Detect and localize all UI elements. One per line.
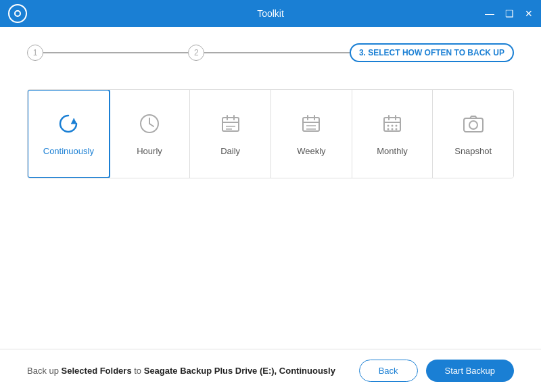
footer-prefix: Back up (27, 366, 62, 376)
window-controls: — ❑ ✕ (485, 9, 533, 18)
step-3-active: 3. SELECT HOW OFTEN TO BACK UP (350, 43, 514, 62)
daily-icon (218, 112, 243, 139)
svg-point-25 (387, 128, 390, 130)
svg-line-5 (149, 124, 154, 126)
monthly-icon (380, 112, 404, 139)
monthly-label: Monthly (377, 146, 408, 156)
footer-description: Back up Selected Folders to Seagate Back… (27, 366, 335, 376)
close-button[interactable]: ✕ (525, 9, 533, 18)
footer-bold2: Seagate Backup Plus Drive (E:), Continuo… (144, 366, 335, 376)
snapshot-label: Snapshot (454, 146, 492, 156)
hourly-label: Hourly (137, 146, 162, 156)
option-hourly[interactable]: Hourly (110, 90, 191, 178)
footer-buttons: Back Start Backup (359, 360, 514, 382)
step-line-1 (43, 52, 188, 53)
svg-point-29 (469, 121, 477, 129)
option-snapshot[interactable]: Snapshot (433, 90, 513, 178)
minimize-button[interactable]: — (485, 9, 494, 18)
footer: Back up Selected Folders to Seagate Back… (0, 349, 541, 392)
svg-point-2 (16, 11, 20, 16)
titlebar: Toolkit — ❑ ✕ (0, 0, 541, 27)
main-content: 1 2 3. SELECT HOW OFTEN TO BACK UP Conti… (0, 27, 541, 349)
svg-point-27 (396, 128, 398, 130)
hourly-icon (137, 112, 162, 139)
weekly-label: Weekly (297, 146, 325, 156)
svg-point-24 (396, 125, 398, 127)
maximize-button[interactable]: ❑ (505, 9, 514, 18)
stepper: 1 2 3. SELECT HOW OFTEN TO BACK UP (27, 43, 514, 62)
option-monthly[interactable]: Monthly (352, 90, 433, 178)
svg-point-23 (392, 125, 394, 127)
continuously-label: Continuously (43, 146, 94, 156)
option-daily[interactable]: Daily (190, 90, 271, 178)
window-title: Toolkit (257, 8, 284, 19)
svg-point-26 (392, 128, 394, 130)
app-logo (8, 4, 27, 23)
start-backup-button[interactable]: Start Backup (426, 360, 514, 382)
step-2: 2 (188, 45, 204, 61)
step-1: 1 (27, 45, 43, 61)
option-continuously[interactable]: Continuously (27, 89, 110, 178)
weekly-icon (299, 112, 323, 139)
daily-label: Daily (220, 146, 240, 156)
option-weekly[interactable]: Weekly (271, 90, 352, 178)
svg-point-22 (387, 125, 390, 127)
footer-middle: to (132, 366, 144, 376)
back-button[interactable]: Back (359, 360, 418, 382)
snapshot-icon (461, 112, 486, 139)
step-line-2 (204, 52, 349, 53)
continuously-icon (56, 112, 80, 139)
footer-bold1: Selected Folders (62, 366, 132, 376)
backup-options-grid: Continuously Hourly (27, 89, 514, 178)
